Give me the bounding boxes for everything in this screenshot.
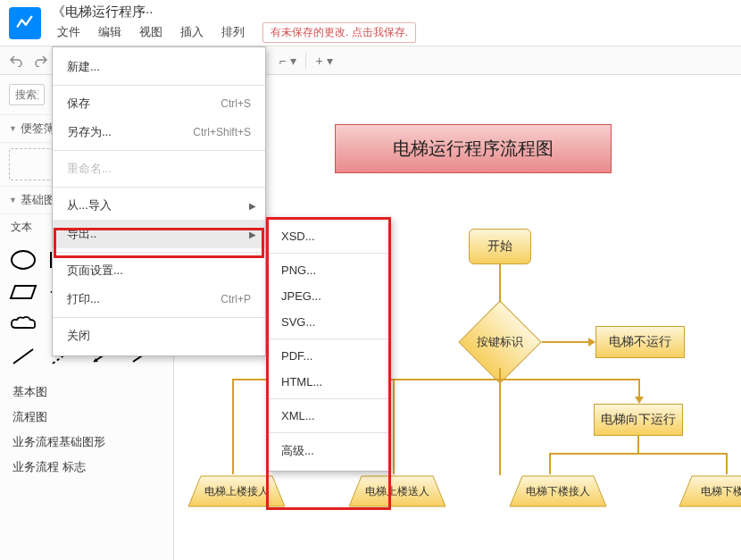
menu-close[interactable]: 关闭: [53, 322, 265, 350]
node-start[interactable]: 开始: [469, 229, 531, 264]
document-title[interactable]: 《电梯运行程序··: [52, 4, 416, 21]
export-pdf[interactable]: PDF...: [267, 343, 390, 369]
menu-edit[interactable]: 编辑: [93, 22, 127, 42]
menu-pagesetup[interactable]: 页面设置...: [53, 256, 265, 285]
redo-button[interactable]: [30, 50, 52, 71]
caret-icon: ▼: [9, 196, 17, 205]
menu-save[interactable]: 保存Ctrl+S: [53, 89, 265, 118]
export-svg[interactable]: SVG...: [267, 309, 390, 335]
cat-bpm-basic[interactable]: 业务流程基础图形: [0, 430, 173, 455]
svg-marker-14: [11, 286, 36, 298]
svg-line-20: [13, 349, 33, 364]
submenu-arrow-icon: ▶: [249, 230, 256, 239]
export-html[interactable]: HTML...: [267, 369, 390, 395]
menu-arrange[interactable]: 排列: [216, 22, 250, 42]
menu-rename: 重命名...: [53, 155, 265, 183]
shape-parallelogram[interactable]: [7, 280, 39, 305]
shape-ellipse[interactable]: [7, 247, 39, 272]
unsaved-notice[interactable]: 有未保存的更改. 点击我保存.: [262, 22, 416, 43]
cat-flowchart[interactable]: 流程图: [0, 405, 173, 430]
node-down-deliver[interactable]: 电梯下楼送: [679, 475, 741, 507]
add-button[interactable]: + ▾: [313, 50, 335, 71]
node-up-deliver[interactable]: 电梯上楼送人: [348, 475, 446, 507]
shape-line[interactable]: [7, 344, 39, 369]
export-submenu: XSD... PNG... JPEG... SVG... PDF... HTML…: [266, 217, 391, 472]
menu-new[interactable]: 新建...: [53, 53, 265, 81]
submenu-arrow-icon: ▶: [249, 201, 256, 211]
node-down[interactable]: 电梯向下运行: [594, 404, 683, 436]
menu-print[interactable]: 打印...Ctrl+P: [53, 285, 265, 313]
export-jpeg[interactable]: JPEG...: [267, 283, 390, 309]
undo-button[interactable]: [5, 50, 27, 71]
menu-insert[interactable]: 插入: [175, 22, 209, 42]
cat-basic[interactable]: 基本图: [0, 380, 173, 405]
export-png[interactable]: PNG...: [267, 257, 390, 283]
menu-import[interactable]: 从...导入▶: [53, 191, 265, 220]
menu-view[interactable]: 视图: [134, 22, 168, 42]
category-list: 基本图 流程图 业务流程基础图形 业务流程 标志: [0, 376, 173, 483]
node-up-pickup[interactable]: 电梯上楼接人: [187, 475, 286, 507]
shape-cloud[interactable]: [7, 312, 39, 337]
export-advanced[interactable]: 高级...: [267, 437, 390, 465]
header: 《电梯运行程序·· 文件 编辑 视图 插入 排列 有未保存的更改. 点击我保存.: [0, 0, 741, 46]
menu-file[interactable]: 文件: [52, 22, 86, 42]
search-shapes[interactable]: [9, 84, 45, 105]
node-keypress[interactable]: 按键标识: [458, 316, 542, 368]
node-down-pickup[interactable]: 电梯下楼接人: [509, 475, 607, 507]
app-icon: [9, 7, 41, 39]
search-input[interactable]: [9, 84, 45, 105]
svg-point-10: [12, 251, 35, 269]
caret-icon: ▼: [9, 124, 17, 133]
waypoint-button[interactable]: ⌐ ▾: [277, 50, 298, 71]
export-xml[interactable]: XML...: [267, 403, 390, 429]
export-xsd[interactable]: XSD...: [267, 223, 390, 249]
menubar: 文件 编辑 视图 插入 排列 有未保存的更改. 点击我保存.: [52, 22, 416, 43]
menu-export[interactable]: 导出..▶: [53, 220, 265, 248]
file-menu-dropdown: 新建... 保存Ctrl+S 另存为...Ctrl+Shift+S 重命名...…: [52, 46, 266, 356]
cat-bpm-symbol[interactable]: 业务流程 标志: [0, 455, 173, 480]
flowchart-title[interactable]: 电梯运行程序流程图: [335, 124, 612, 173]
menu-saveas[interactable]: 另存为...Ctrl+Shift+S: [53, 118, 265, 146]
node-norun[interactable]: 电梯不运行: [595, 326, 685, 358]
